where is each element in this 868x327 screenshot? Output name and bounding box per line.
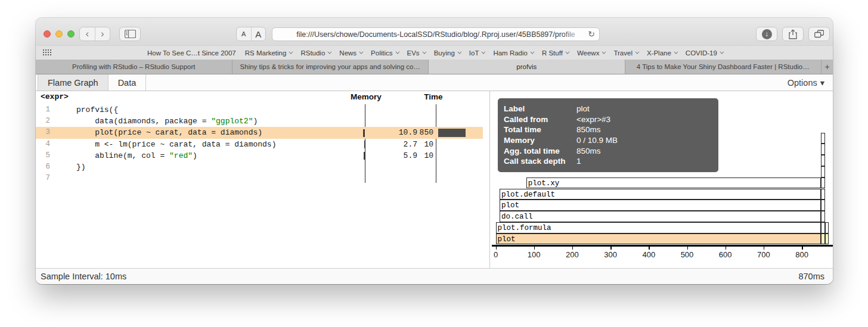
axis-tick-label: 0 [490,250,508,259]
flame-box[interactable] [821,177,824,189]
flame-box[interactable] [821,144,824,155]
flame-box[interactable] [821,211,824,222]
bookmark-item[interactable]: How To See C…t Since 2007 [147,49,236,57]
flame-box[interactable] [821,189,824,200]
bookmark-item[interactable]: COVID-19 [686,49,723,57]
flame-tooltip: LabelplotCalled from<expr>#3Total time85… [498,98,718,172]
bookmark-item[interactable]: Travel [613,49,638,57]
line-number: 1 [36,104,50,116]
flame-box[interactable]: plot.formula [496,222,822,233]
memory-column-header: Memory [342,92,390,104]
sample-interval-label: Sample Interval: 10ms [41,272,126,281]
browser-tabs-container: Profiling with RStudio – RStudio Support… [36,60,822,74]
address-bar[interactable]: file:///Users/chowe/Documents-LocalSSD/R… [272,27,600,41]
bookmark-label: How To See C…t Since 2007 [147,49,236,57]
bookmark-item[interactable]: Politics [371,49,398,57]
browser-tab-title: 4 Tips to Make Your Shiny Dashboard Fast… [637,63,810,70]
flame-box[interactable] [821,200,824,211]
flame-box[interactable] [825,233,829,245]
increase-font-button[interactable]: A [252,29,266,39]
chevron-down-icon [635,50,639,54]
flame-box[interactable]: plot.xy [526,177,821,189]
bookmark-item[interactable]: Ham Radio [493,49,533,57]
tooltip-field-label: Total time [504,124,576,135]
bookmark-item[interactable]: Weewx [577,49,605,57]
flame-box[interactable] [821,166,824,177]
tooltip-row: Agg. total time850ms [504,146,712,157]
tooltip-row: Total time850ms [504,124,712,135]
forward-button[interactable]: › [95,27,110,41]
tab-overview-button[interactable] [808,27,830,41]
bookmark-label: Buying [434,49,455,57]
code-line[interactable]: 1profvis({ [36,104,483,116]
bookmark-item[interactable]: EVs [407,49,425,57]
sidebar-toggle-button[interactable] [119,27,141,41]
bookmark-label: R Stuff [542,49,563,57]
download-icon: ↓ [762,29,772,39]
bookmark-item[interactable]: RS Marketing [245,49,292,57]
memory-value: 10.9 [370,127,417,138]
browser-tab[interactable]: profvis [429,60,625,74]
code-line[interactable]: 2 data(diamonds, package = "ggplot2") [36,116,483,127]
source-code: m <- lm(price ~ carat, data = diamonds) [76,139,276,150]
tooltip-row: Memory0 / 10.9 MB [504,135,712,146]
flame-box[interactable] [825,222,829,233]
code-line[interactable]: 4 m <- lm(price ~ carat, data = diamonds… [36,139,483,150]
axis-tick-label: 600 [714,250,737,259]
axis-tick [687,247,689,250]
chevron-down-icon [422,50,426,54]
flame-box[interactable]: do.call [500,211,821,222]
code-panel: <expr> Memory Time 1profvis({2 data(diam… [36,91,489,268]
axis-tick [726,247,727,250]
code-line[interactable]: 3 plot(price ~ carat, data = diamonds)10… [36,127,483,138]
bookmark-item[interactable]: R Stuff [542,49,568,57]
screenshot-stage: ‹ › A A file:///Users/chowe/Docu [0,0,868,327]
flame-box[interactable]: plot.default [500,189,821,200]
chevron-down-icon [395,50,399,54]
flame-box[interactable]: plot [496,233,822,245]
browser-tab[interactable]: Profiling with RStudio – RStudio Support [36,60,232,74]
downloads-button[interactable]: ↓ [756,27,777,41]
tooltip-field-label: Memory [504,135,576,146]
reload-icon[interactable]: ↻ [588,29,595,39]
nav-button-group: ‹ › [79,27,110,41]
flame-box[interactable]: plot [500,200,821,211]
code-line[interactable]: 6}) [36,161,483,173]
axis-tick [534,247,535,250]
chevron-down-icon [328,50,332,54]
flame-box[interactable] [821,133,824,144]
new-tab-button[interactable]: + [822,60,833,74]
frequently-visited-grid-icon[interactable] [43,49,52,56]
bookmark-item[interactable]: IoT [469,49,485,57]
back-button[interactable]: ‹ [80,27,95,41]
share-button[interactable] [782,27,804,41]
browser-tab-bar: Profiling with RStudio – RStudio Support… [36,60,833,74]
bookmark-item[interactable]: Buying [434,49,460,57]
bookmark-item[interactable]: X-Plane [647,49,677,57]
browser-tab[interactable]: 4 Tips to Make Your Shiny Dashboard Fast… [625,60,822,74]
code-line[interactable]: 5 abline(m, col = "red")5.910 [36,150,483,161]
tab-data[interactable]: Data [108,74,147,91]
bookmark-label: X-Plane [647,49,671,57]
decrease-font-button[interactable]: A [237,30,251,38]
tab-overview-icon [814,30,824,38]
bookmark-item[interactable]: RStudio [300,49,330,57]
bookmark-label: Travel [613,49,633,57]
bookmark-item[interactable]: News [339,49,362,57]
close-window-button[interactable] [44,30,51,38]
options-menu-button[interactable]: Options ▾ [779,74,833,91]
tooltip-field-value: plot [576,104,590,114]
zoom-window-button[interactable] [67,30,75,38]
tab-flame-graph[interactable]: Flame Graph [38,74,108,91]
tooltip-field-value: 850ms [576,146,601,157]
flame-graph-panel: plotplot.formulado.callplotplot.defaultp… [490,91,833,268]
chevron-down-icon [530,50,534,54]
bookmark-label: Ham Radio [493,49,528,57]
time-value: 10 [418,150,433,161]
code-line[interactable]: 7 [36,173,483,184]
flame-box[interactable] [821,155,824,166]
browser-tab[interactable]: Shiny tips & tricks for improving your a… [232,60,429,74]
chevron-down-icon [720,50,724,54]
minimize-window-button[interactable] [55,30,63,38]
time-value: 850 [418,127,433,138]
